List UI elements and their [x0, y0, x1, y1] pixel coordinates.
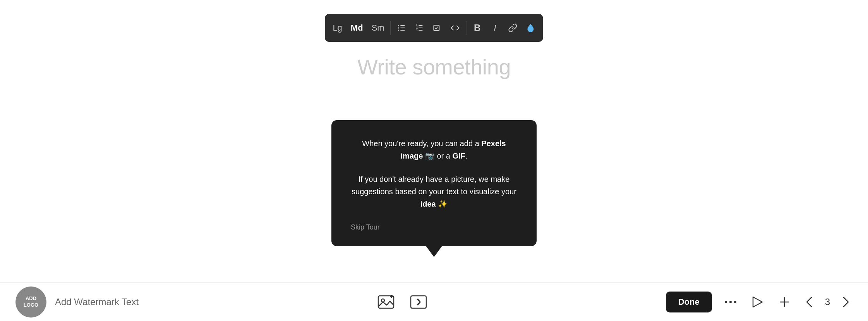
- checkbox-button[interactable]: [429, 18, 446, 38]
- svg-point-20: [725, 301, 727, 303]
- skip-tour-button[interactable]: Skip Tour: [351, 222, 517, 233]
- play-button[interactable]: [749, 293, 766, 311]
- done-button[interactable]: Done: [666, 292, 712, 312]
- svg-marker-23: [753, 297, 762, 307]
- add-page-button[interactable]: [775, 293, 793, 311]
- divider-2: [466, 21, 467, 35]
- size-sm-button[interactable]: Sm: [368, 18, 388, 38]
- italic-button[interactable]: I: [487, 18, 504, 38]
- logo-line2: LOGO: [24, 302, 38, 309]
- ordered-list-button[interactable]: 1. 2. 3.: [411, 18, 428, 38]
- media-button[interactable]: [409, 293, 428, 311]
- link-button[interactable]: [504, 18, 521, 38]
- svg-point-4: [398, 28, 399, 29]
- svg-point-3: [398, 25, 399, 26]
- size-lg-button[interactable]: Lg: [329, 18, 346, 38]
- page-number: 3: [825, 297, 830, 307]
- svg-point-22: [734, 301, 736, 303]
- next-page-button[interactable]: [839, 293, 853, 311]
- tooltip-line2: If you don't already have a picture, we …: [351, 173, 517, 210]
- tour-tooltip: When you're ready, you can add a Pexels …: [331, 120, 537, 246]
- logo-button[interactable]: ADD LOGO: [15, 286, 46, 318]
- bottom-center-section: [139, 293, 666, 311]
- editor-placeholder[interactable]: Write something: [357, 54, 511, 79]
- logo-line1: ADD: [26, 295, 36, 302]
- svg-point-21: [729, 301, 732, 303]
- color-button[interactable]: [522, 18, 539, 38]
- svg-text:3.: 3.: [416, 28, 419, 32]
- tooltip-line1: When you're ready, you can add a Pexels …: [351, 137, 517, 162]
- bottom-left-section: ADD LOGO Add Watermark Text: [15, 286, 139, 318]
- svg-point-5: [398, 30, 399, 31]
- prev-page-button[interactable]: [803, 293, 816, 311]
- add-image-button[interactable]: [377, 293, 395, 311]
- bottom-right-section: Done 3: [666, 292, 853, 312]
- watermark-label[interactable]: Add Watermark Text: [55, 297, 139, 307]
- svg-marker-19: [418, 298, 421, 306]
- divider-1: [391, 21, 391, 35]
- bullet-list-button[interactable]: [393, 18, 410, 38]
- more-options-button[interactable]: [721, 297, 740, 307]
- bold-button[interactable]: B: [469, 18, 486, 38]
- svg-rect-17: [411, 296, 426, 308]
- tooltip-arrow: [425, 245, 443, 257]
- formatting-toolbar: Lg Md Sm 1. 2. 3. B I: [325, 14, 543, 42]
- bottom-bar: ADD LOGO Add Watermark Text: [0, 282, 868, 321]
- code-button[interactable]: [447, 18, 464, 38]
- size-md-button[interactable]: Md: [347, 18, 367, 38]
